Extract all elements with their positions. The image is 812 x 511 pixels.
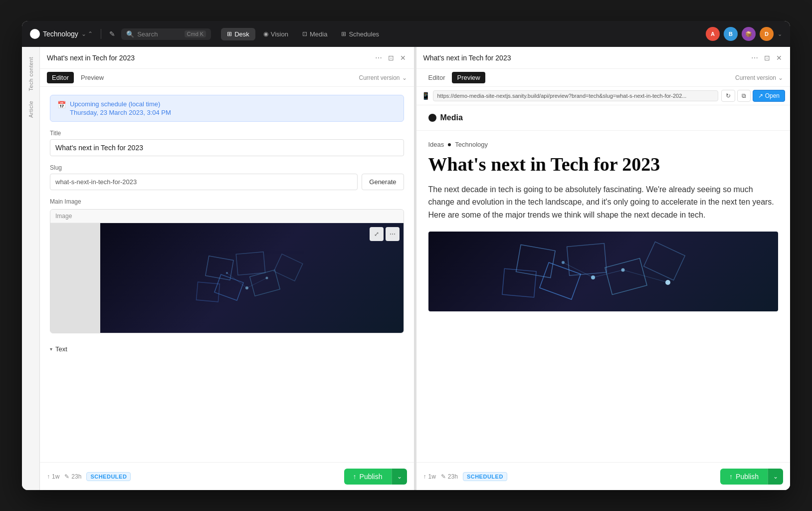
tab-preview[interactable]: Preview: [76, 72, 109, 83]
vision-icon: ◉: [263, 30, 268, 37]
preview-url-bar: 📱 https://demo-media-site-nextjs.sanity.…: [416, 87, 791, 105]
preview-publish-dropdown-button[interactable]: ⌄: [768, 469, 783, 485]
tab-schedules[interactable]: ⊞ Schedules: [335, 28, 385, 40]
avatar-2[interactable]: B: [724, 27, 738, 41]
editor-panel-title: What's next in Tech for 2023: [47, 54, 370, 62]
preview-url-display: https://demo-media-site-nextjs.sanity.bu…: [433, 90, 718, 101]
tab-preview-preview[interactable]: Preview: [452, 72, 485, 83]
editor-panel-actions: ⋯ ⊡ ✕: [374, 53, 407, 63]
svg-rect-12: [567, 244, 607, 275]
version-chevron-icon: ⌄: [402, 74, 407, 81]
preview-tech-graphic-svg: [478, 233, 728, 310]
main-image-label: Main Image: [50, 198, 404, 205]
avatar-3[interactable]: 📦: [742, 27, 756, 41]
crop-icon[interactable]: ⤢: [370, 227, 384, 241]
text-section-toggle[interactable]: ▾ Text: [50, 341, 404, 355]
preview-close-icon[interactable]: ✕: [775, 53, 783, 63]
main-area: Tech content Article What's next in Tech…: [22, 47, 790, 490]
preview-publish-chevron-icon: ⌄: [773, 473, 778, 480]
mobile-preview-icon[interactable]: 📱: [421, 92, 430, 100]
svg-line-21: [593, 270, 623, 277]
search-bar[interactable]: 🔍 Search Cmd K: [121, 28, 211, 40]
tech-graphic-svg: [177, 228, 327, 328]
edit-icon[interactable]: ✎: [109, 30, 115, 38]
title-input[interactable]: [50, 139, 404, 156]
preview-panel-title: What's next in Tech for 2023: [423, 54, 747, 62]
external-link-icon: ↗: [758, 92, 763, 99]
tab-vision-label: Vision: [271, 30, 288, 38]
refresh-icon[interactable]: ↻: [721, 90, 735, 102]
editor-panel-content[interactable]: 📅 Upcoming schedule (local time) Thursda…: [40, 87, 414, 462]
media-icon: ⊡: [302, 30, 307, 37]
more-options-icon[interactable]: ⋯: [374, 53, 383, 63]
meta-time-1: ↑ 1w: [47, 473, 59, 480]
preview-article-title: What's next in Tech for 2023: [428, 154, 779, 175]
tab-preview-editor[interactable]: Editor: [423, 72, 450, 83]
tab-media[interactable]: ⊡ Media: [296, 28, 333, 40]
avatar-4[interactable]: D: [760, 27, 774, 41]
search-icon: 🔍: [126, 30, 134, 38]
preview-brand-name: Media: [440, 113, 463, 122]
svg-rect-14: [605, 258, 647, 295]
svg-rect-15: [502, 268, 536, 297]
version-selector[interactable]: Current version ⌄: [359, 74, 406, 81]
schedule-banner: 📅 Upcoming schedule (local time) Thursda…: [50, 95, 404, 122]
scheduled-badge: SCHEDULED: [86, 472, 131, 481]
sidebar: Tech content Article: [22, 47, 40, 490]
tag-technology: Technology: [455, 141, 488, 148]
text-chevron-icon: ▾: [50, 346, 52, 352]
preview-status-meta: ↑ 1w ✎ 23h SCHEDULED: [423, 472, 716, 481]
svg-rect-5: [274, 254, 303, 281]
publish-button[interactable]: ↑ Publish: [344, 469, 392, 485]
brand-chevron-icon: ⌄ ⌃: [81, 30, 93, 37]
preview-article: Ideas Technology What's next in Tech for…: [416, 131, 791, 321]
image-sublabel: Image: [50, 210, 404, 223]
split-view-icon[interactable]: ⊡: [387, 53, 395, 63]
preview-brand-header: Media: [416, 105, 791, 131]
panels: What's next in Tech for 2023 ⋯ ⊡ ✕ Edito…: [40, 47, 790, 490]
nav-brand[interactable]: Technology ⌄ ⌃: [30, 29, 93, 39]
nav-chevron-icon[interactable]: ⌄: [778, 31, 782, 37]
preview-version-selector[interactable]: Current version ⌄: [735, 74, 783, 81]
schedules-icon: ⊞: [341, 30, 346, 37]
open-preview-button[interactable]: ↗ Open: [753, 90, 785, 102]
tag-ideas: Ideas: [428, 141, 444, 148]
upload-icon: ↑: [47, 473, 50, 480]
preview-publish-button[interactable]: ↑ Publish: [720, 469, 768, 485]
avatar-1[interactable]: A: [706, 27, 720, 41]
slug-input[interactable]: [50, 174, 358, 190]
tab-desk[interactable]: ⊞ Desk: [221, 28, 255, 40]
tab-editor[interactable]: Editor: [47, 72, 74, 83]
preview-content[interactable]: Media Ideas Technology What's next in Te…: [416, 105, 791, 462]
preview-more-options-icon[interactable]: ⋯: [750, 53, 759, 63]
schedule-banner-time: Thursday, 23 March 2023, 3:04 PM: [70, 109, 171, 116]
preview-article-body: The next decade in tech is going to be a…: [428, 183, 779, 222]
tab-media-label: Media: [310, 30, 327, 38]
image-more-icon[interactable]: ⋯: [386, 227, 400, 241]
sidebar-label-article: Article: [28, 101, 34, 118]
preview-upload-icon: ↑: [423, 473, 426, 480]
publish-icon: ↑: [353, 473, 357, 481]
slug-label: Slug: [50, 164, 404, 171]
tab-schedules-label: Schedules: [349, 30, 379, 38]
publish-chevron-icon: ⌄: [397, 473, 402, 480]
version-label: Current version: [359, 74, 400, 81]
main-image-field: Main Image Image: [50, 198, 404, 333]
copy-url-icon[interactable]: ⧉: [737, 90, 751, 102]
svg-line-10: [247, 278, 267, 288]
svg-rect-4: [196, 282, 219, 302]
close-icon[interactable]: ✕: [399, 53, 407, 63]
preview-split-view-icon[interactable]: ⊡: [763, 53, 771, 63]
svg-rect-11: [516, 245, 555, 277]
nav-tabs: ⊞ Desk ◉ Vision ⊡ Media ⊞ Schedules: [221, 28, 385, 40]
tag-separator-icon: [448, 143, 451, 146]
tab-vision[interactable]: ◉ Vision: [257, 28, 294, 40]
preview-brand-dot-icon: [428, 114, 436, 122]
image-actions: ⤢ ⋯: [370, 227, 400, 241]
search-placeholder: Search: [137, 30, 158, 38]
brand-label: Technology: [43, 30, 78, 38]
generate-button[interactable]: Generate: [362, 174, 404, 190]
publish-dropdown-button[interactable]: ⌄: [392, 469, 407, 485]
editor-panel-tabs: Editor Preview Current version ⌄: [40, 69, 414, 87]
nav-divider: [101, 29, 101, 39]
